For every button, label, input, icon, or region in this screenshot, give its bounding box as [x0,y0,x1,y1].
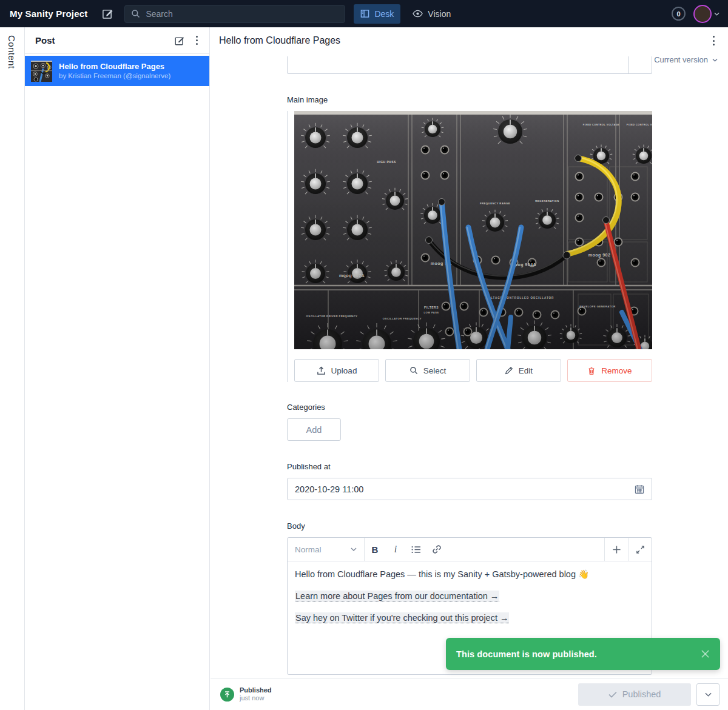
trash-icon [587,366,596,375]
editor-toolbar: Normal B i [288,538,652,561]
body-link[interactable]: Learn more about Pages from our document… [295,591,499,601]
post-list-item-selected[interactable]: Hello from Cloudflare Pages by Kristian … [25,56,209,86]
post-item-subtitle: by Kristian Freeman (@signalnerve) [59,72,170,81]
compose-icon[interactable] [102,8,113,19]
insert-plus-icon[interactable] [604,538,628,561]
toast-message: This document is now published. [456,649,597,659]
document-menu-kebab-icon[interactable] [709,34,718,48]
search-icon [131,9,140,18]
pencil-icon [505,366,513,375]
edit-button[interactable]: Edit [476,359,561,382]
text-style-select[interactable]: Normal [288,538,365,561]
toast-close-icon[interactable] [701,649,710,658]
slug-input-partial[interactable] [287,56,652,74]
link-icon[interactable] [426,538,447,561]
bullet-list-icon[interactable] [406,538,426,561]
remove-button[interactable]: Remove [567,359,652,382]
pane-menu-kebab-icon[interactable] [192,33,201,47]
document-title: Hello from Cloudflare Pages [219,35,709,46]
select-button[interactable]: Select [385,359,470,382]
tab-vision-label: Vision [428,9,451,19]
desk-icon [360,9,369,18]
chevron-down-icon [712,58,718,62]
post-item-title: Hello from Cloudflare Pages [59,62,170,72]
main-image-preview[interactable]: HIGH PASS FREQUENCY RANGE REGENERATION F… [294,111,652,349]
publish-status-icon [220,688,234,702]
body-link[interactable]: Say hey on Twitter if you're checking ou… [295,612,509,623]
tab-vision[interactable]: Vision [413,9,451,19]
top-navbar: My Sanity Project Desk Vision [0,0,728,27]
avatar-chevron-down-icon[interactable] [714,12,720,16]
search-icon [410,366,418,375]
expand-fullscreen-icon[interactable] [628,538,652,561]
tab-desk[interactable]: Desk [354,4,400,24]
bold-button[interactable]: B [365,538,385,561]
success-toast: This document is now published. [446,638,720,670]
main-image-field: HIGH PASS FREQUENCY RANGE REGENERATION F… [287,111,652,382]
document-header: Hello from Cloudflare Pages [211,27,728,54]
document-footer: Published just now Published [211,678,728,710]
search-box [124,5,345,23]
post-list-pane: Post Hello from Cloudflare Pages by Kris… [25,27,210,710]
chevron-down-icon [351,548,357,551]
published-button[interactable]: Published [578,683,691,706]
publish-menu-chevron-icon[interactable] [696,683,720,706]
publish-status-title: Published [240,686,272,694]
new-document-icon[interactable] [174,35,185,46]
upload-icon [317,366,326,375]
content-sidebar-label: Content [7,35,17,69]
eye-icon [413,10,423,18]
search-input[interactable] [146,9,339,19]
publish-status-time: just now [240,694,272,702]
add-category-button[interactable]: Add [287,418,341,441]
upload-button[interactable]: Upload [294,359,379,382]
body-text-area[interactable]: Hello from Cloudflare Pages — this is my… [288,561,652,625]
notifications-badge[interactable]: 0 [672,7,686,21]
tab-desk-label: Desk [374,9,394,19]
check-icon [608,691,617,698]
published-at-input[interactable] [295,484,635,494]
content-sidebar[interactable]: Content [0,27,25,710]
user-avatar[interactable] [693,5,712,23]
project-title: My Sanity Project [10,8,87,19]
document-form: Main image [211,54,728,678]
body-label: Body [287,521,652,531]
version-label: Current version [654,55,708,64]
document-pane: Hello from Cloudflare Pages Current vers… [211,27,728,710]
published-at-label: Published at [287,462,652,472]
italic-button[interactable]: i [385,538,406,561]
post-list-header: Post [25,27,209,54]
body-paragraph: Hello from Cloudflare Pages — this is my… [295,568,644,581]
main-image-label: Main image [287,95,652,105]
published-at-field [287,478,652,500]
calendar-icon[interactable] [635,484,644,494]
version-selector[interactable]: Current version [654,55,718,64]
pane-title: Post [35,35,174,45]
categories-label: Categories [287,403,652,412]
post-thumbnail [31,61,52,82]
